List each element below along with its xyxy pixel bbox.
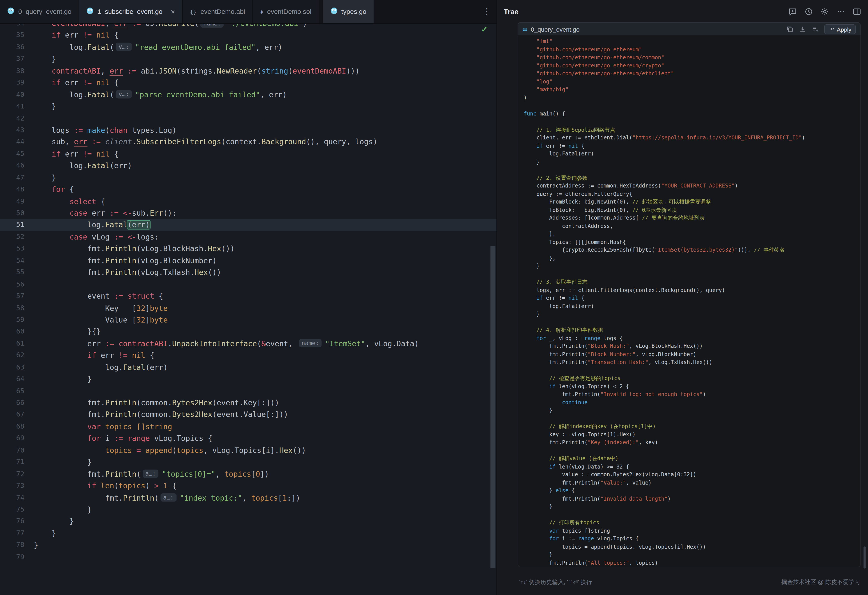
code-line[interactable]: 78} [0, 539, 497, 551]
code-line[interactable]: 62 if err != nil { [0, 350, 497, 362]
code-line[interactable]: 50 case err := <-sub.Err(): [0, 208, 497, 219]
code-line[interactable]: 35 if err != nil { [0, 29, 497, 41]
assistant-code-line: value := common.Bytes2Hex(vLog.Data[0:32… [524, 471, 860, 479]
code-line[interactable]: 41 } [0, 101, 497, 113]
line-number: 40 [0, 89, 34, 101]
code-line[interactable]: 53 fmt.Println(vLog.BlockHash.Hex()) [0, 243, 497, 255]
code-line[interactable]: 45 if err != nil { [0, 148, 497, 160]
code-line[interactable]: 59 Value [32]byte [0, 314, 497, 326]
more-icon[interactable] [836, 7, 845, 16]
code-line[interactable]: 46 log.Fatal(err) [0, 160, 497, 172]
code-line[interactable]: 79 [0, 551, 497, 563]
assistant-code-line: // 检查是否有足够的topics [524, 374, 860, 383]
code-line[interactable]: 64 } [0, 374, 497, 385]
editor-more-button[interactable]: ⋮ [483, 0, 491, 23]
assistant-code-line: // 打印所有topics [524, 519, 860, 527]
code-line[interactable]: 68 var topics []string [0, 421, 497, 433]
close-tab-icon[interactable]: × [171, 7, 175, 16]
line-number: 65 [0, 385, 34, 397]
assistant-code-line: log.Fatal(err) [524, 302, 860, 311]
apply-button[interactable]: Apply [824, 24, 856, 34]
tab-eventDemo.abi[interactable]: {}eventDemo.abi [183, 0, 253, 23]
code-line[interactable]: 72 fmt.Println(a…:"topics[0]=", topics[0… [0, 468, 497, 480]
line-number: 51 [0, 219, 34, 231]
code-line[interactable]: 57 event := struct { [0, 290, 497, 302]
pane-divider[interactable] [497, 0, 497, 595]
code-line-text: } [34, 457, 92, 468]
code-line[interactable]: 70 topics = append(topics, vLog.Topics[i… [0, 445, 497, 457]
code-line[interactable]: 67 fmt.Println(common.Bytes2Hex(event.Va… [0, 409, 497, 421]
assistant-code-line: log.Fatal(err) [524, 150, 860, 158]
assistant-code-line: fmt.Println("Key (indexed):", key) [524, 439, 860, 447]
code-line-text: case vLog := <-logs: [34, 231, 159, 243]
code-line[interactable]: 63 log.Fatal(err) [0, 362, 497, 374]
code-line-text: for { [34, 184, 74, 196]
code-line[interactable]: 39 if err != nil { [0, 77, 497, 89]
line-number: 39 [0, 77, 34, 89]
code-line[interactable]: 77 } [0, 527, 497, 539]
code-line[interactable]: 38 contractABI, err := abi.JSON(strings.… [0, 65, 497, 77]
code-editor[interactable]: 34 eventDemoABI, err := os.ReadFile(name… [0, 23, 497, 595]
code-line[interactable]: 66 fmt.Println(common.Bytes2Hex(event.Ke… [0, 397, 497, 409]
line-number: 78 [0, 539, 34, 551]
code-line[interactable]: 60 }{} [0, 326, 497, 338]
code-line[interactable]: 36 log.Fatal(v…:"read eventDemo.abi fail… [0, 41, 497, 53]
tab-types.go[interactable]: types.go [323, 0, 374, 23]
code-line[interactable]: 76 } [0, 516, 497, 527]
code-line[interactable]: 40 log.Fatal(v…:"parse eventDemo.abi fai… [0, 89, 497, 101]
code-line[interactable]: 55 fmt.Println(vLog.TxHash.Hex()) [0, 267, 497, 278]
tab-0_query_event.go[interactable]: 0_query_event.go [0, 0, 79, 23]
assistant-code-line: Addresses: []common.Address{ // 要查询的合约地址… [524, 214, 860, 222]
assistant-code-line: "github.com/ethereum/go-ethereum/crypto" [524, 62, 860, 70]
line-number: 50 [0, 208, 34, 219]
code-line[interactable]: 54 fmt.Println(vLog.BlockNumber) [0, 255, 497, 267]
assistant-code-line: for _, vLog := range logs { [524, 334, 860, 343]
go-file-icon [86, 7, 94, 16]
code-line[interactable]: 43 logs := make(chan types.Log) [0, 125, 497, 136]
insert-icon[interactable] [799, 25, 806, 33]
assistant-code-line: client, err := ethclient.Dial("https://s… [524, 134, 860, 142]
code-line[interactable]: 42 [0, 113, 497, 125]
assistant-code-line: fmt.Println("Block Number:", vLog.BlockN… [524, 351, 860, 359]
code-line[interactable]: 37 } [0, 53, 497, 65]
code-line[interactable]: 71 } [0, 457, 497, 468]
assistant-code-line [524, 118, 860, 126]
settings-icon[interactable] [820, 7, 829, 16]
tab-1_subscribe_event.go[interactable]: 1_subscribe_event.go× [79, 0, 183, 23]
assistant-code-line: }, [524, 230, 860, 238]
code-line[interactable]: 49 select { [0, 196, 497, 208]
code-line[interactable]: 51 log.Fatal(err) [0, 219, 497, 231]
assistant-code-line: } else { [524, 487, 860, 495]
tab-eventDemo.sol[interactable]: ♦eventDemo.sol [253, 0, 319, 23]
line-number: 46 [0, 160, 34, 172]
code-line[interactable]: 65 [0, 385, 497, 397]
code-line[interactable]: 44 sub, err := client.SubscribeFilterLog… [0, 136, 497, 148]
code-line[interactable]: 73 if len(topics) > 1 { [0, 480, 497, 492]
code-line[interactable]: 34 eventDemoABI, err := os.ReadFile(name… [0, 23, 497, 29]
panel-header: Trae [497, 0, 868, 23]
layout-icon[interactable] [852, 7, 861, 16]
code-line-text: var topics []string [34, 421, 172, 433]
line-number: 34 [0, 23, 34, 29]
code-line[interactable]: 52 case vLog := <-logs: [0, 231, 497, 243]
code-line[interactable]: 75 } [0, 504, 497, 516]
code-line[interactable]: 61 err := contractABI.UnpackIntoInterfac… [0, 338, 497, 350]
code-line[interactable]: 48 for { [0, 184, 497, 196]
code-line[interactable]: 58 Key [32]byte [0, 302, 497, 314]
code-line-text: log.Fatal(err) [34, 160, 132, 172]
copy-icon[interactable] [786, 25, 794, 33]
new-chat-icon[interactable] [788, 7, 797, 16]
line-number: 53 [0, 243, 34, 255]
code-line[interactable]: 56 [0, 278, 497, 290]
line-number: 77 [0, 527, 34, 539]
code-line[interactable]: 74 fmt.Println(a…:"index topic:", topics… [0, 492, 497, 504]
editor-scrollbar[interactable] [490, 246, 496, 568]
panel-scrollbar[interactable] [864, 546, 866, 568]
code-line-text: fmt.Println(vLog.TxHash.Hex()) [34, 267, 221, 278]
assistant-code-line: func main() { [524, 110, 860, 118]
diff-icon[interactable] [811, 25, 819, 33]
code-line[interactable]: 47 } [0, 172, 497, 184]
code-line[interactable]: 69 for i := range vLog.Topics { [0, 433, 497, 445]
inlay-hint: v…: [116, 43, 132, 51]
history-icon[interactable] [804, 7, 813, 16]
